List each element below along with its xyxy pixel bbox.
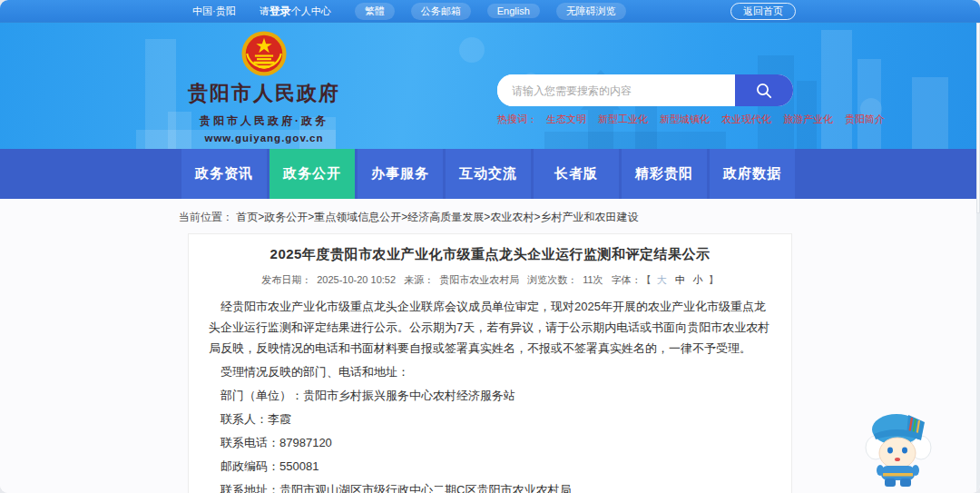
- site-logo-block[interactable]: 贵阳市人民政府 贵阳市人民政府·政务 www.guiyang.gov.cn: [178, 28, 350, 143]
- hot-search-label: 热搜词：: [497, 113, 537, 126]
- hot-keyword-5[interactable]: 旅游产业化: [783, 113, 833, 126]
- accessibility-button[interactable]: 无障碍浏览: [556, 3, 626, 20]
- article-meta: 发布日期：2025-10-20 10:52 来源：贵阳市农业农村局 浏览次数：1…: [209, 273, 771, 287]
- login-bold: 登录: [270, 5, 291, 17]
- contact-line-phone: 联系电话：87987120: [209, 432, 771, 453]
- views-label: 浏览次数：: [527, 274, 577, 285]
- nav-tab-hudong-jiaoliu[interactable]: 互动交流: [446, 149, 531, 199]
- breadcrumb: 当前位置： 首页>政务公开>重点领域信息公开>经济高质量发展>农业农村>乡村产业…: [0, 199, 980, 225]
- search-button[interactable]: [735, 74, 793, 106]
- font-size-small-button[interactable]: 小: [693, 274, 703, 285]
- login-suffix: 个人中心: [291, 5, 331, 16]
- font-size-medium-button[interactable]: 中: [675, 274, 685, 285]
- publish-date-value: 2025-10-20 10:52: [317, 274, 396, 285]
- nav-tab-banshi-fuwu[interactable]: 办事服务: [358, 149, 443, 199]
- english-button[interactable]: English: [487, 4, 540, 18]
- article-paragraph: 经贵阳市农业产业化市级重点龙头企业联席会议成员单位审定，现对2025年开展的农业…: [209, 296, 771, 359]
- content-area: 当前位置： 首页>政务公开>重点领域信息公开>经济高质量发展>农业农村>乡村产业…: [0, 199, 980, 493]
- article-title: 2025年度贵阳市农业产业化市级重点龙头企业运行监测和评定结果公示: [209, 246, 771, 263]
- scrollbar-thumb[interactable]: [976, 23, 980, 213]
- search-bar: [497, 74, 793, 106]
- login-link[interactable]: 请登录个人中心: [260, 4, 331, 19]
- national-emblem-icon: [240, 30, 288, 77]
- region-link[interactable]: 中国·贵阳: [192, 5, 236, 18]
- site-banner: 贵阳市人民政府 贵阳市人民政府·政务 www.guiyang.gov.cn 热搜…: [0, 23, 980, 149]
- nav-tab-zhengwu-zixun[interactable]: 政务资讯: [181, 149, 267, 199]
- font-size-large-button[interactable]: 大: [657, 274, 667, 285]
- traditional-chinese-button[interactable]: 繁體: [355, 3, 395, 20]
- breadcrumb-label: 当前位置：: [179, 211, 233, 223]
- back-home-button[interactable]: 返回首页: [730, 3, 796, 20]
- contact-line-department: 部门（单位）：贵阳市乡村振兴服务中心农村经济服务站: [209, 385, 771, 406]
- cityscape-decoration: [0, 23, 980, 149]
- breadcrumb-path[interactable]: 首页>政务公开>重点领域信息公开>经济高质量发展>农业农村>乡村产业和农田建设: [236, 211, 638, 223]
- site-subtitle: 贵阳市人民政府·政务: [178, 113, 350, 129]
- views-value: 11次: [583, 274, 603, 285]
- article-body: 经贵阳市农业产业化市级重点龙头企业联席会议成员单位审定，现对2025年开展的农业…: [209, 296, 771, 493]
- hot-keyword-6[interactable]: 贵阳简介: [845, 113, 885, 126]
- page: 中国·贵阳 请登录个人中心 繁體 公务邮箱 English 无障碍浏览 返回首页: [0, 0, 980, 493]
- site-name: 贵阳市人民政府: [178, 80, 350, 107]
- publish-date-label: 发布日期：: [261, 274, 311, 285]
- search-area: 热搜词： 生态文明 新型工业化 新型城镇化 农业现代化 旅游产业化 贵阳简介: [497, 74, 793, 126]
- nav-tab-jingcai-guiyang[interactable]: 精彩贵阳: [622, 149, 707, 199]
- top-utility-bar: 中国·贵阳 请登录个人中心 繁體 公务邮箱 English 无障碍浏览 返回首页: [0, 0, 980, 23]
- search-icon: [755, 82, 773, 100]
- scrollbar[interactable]: [976, 23, 980, 493]
- mascot-assistant-icon[interactable]: [859, 404, 937, 488]
- font-size-bracket: 】: [709, 274, 719, 285]
- hot-keyword-3[interactable]: 新型城镇化: [660, 113, 710, 126]
- contact-line-postcode: 邮政编码：550081: [209, 456, 771, 477]
- main-nav: 政务资讯 政务公开 办事服务 互动交流 长者版 精彩贵阳 政府数据: [0, 149, 980, 199]
- contact-line-person: 联系人：李霞: [209, 409, 771, 429]
- source-label: 来源：: [404, 274, 434, 285]
- login-prefix: 请: [260, 5, 270, 16]
- nav-tab-zhengfu-shuju[interactable]: 政府数据: [710, 149, 795, 199]
- hot-keyword-2[interactable]: 新型工业化: [598, 113, 648, 126]
- site-url: www.guiyang.gov.cn: [178, 133, 350, 143]
- article-card: 2025年度贵阳市农业产业化市级重点龙头企业运行监测和评定结果公示 发布日期：2…: [188, 233, 792, 493]
- search-input[interactable]: [497, 74, 735, 106]
- hot-search-row: 热搜词： 生态文明 新型工业化 新型城镇化 农业现代化 旅游产业化 贵阳简介: [497, 113, 793, 126]
- font-size-label: 字体：【: [612, 274, 652, 285]
- nav-tab-zhengwu-gongkai[interactable]: 政务公开: [270, 149, 355, 199]
- source-value: 贵阳市农业农村局: [439, 274, 519, 285]
- official-mail-button[interactable]: 公务邮箱: [411, 3, 471, 20]
- hot-keyword-1[interactable]: 生态文明: [546, 113, 586, 126]
- nav-tab-zhangzheban[interactable]: 长者版: [534, 149, 619, 199]
- contact-line-address: 联系地址：贵阳市观山湖区市级行政中心二期C区贵阳市农业农村局: [209, 479, 771, 493]
- hot-keyword-4[interactable]: 农业现代化: [721, 113, 771, 126]
- article-paragraph: 受理情况反映的部门、电话和地址：: [209, 361, 771, 382]
